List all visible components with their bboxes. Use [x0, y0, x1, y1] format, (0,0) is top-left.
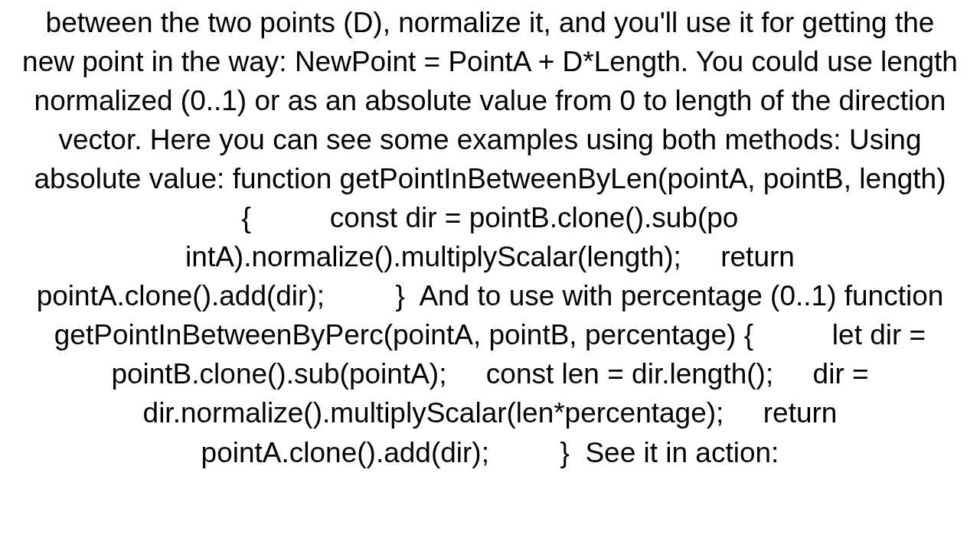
body-text: between the two points (D), normalize it… [22, 7, 958, 468]
document-body: between the two points (D), normalize it… [19, 0, 961, 472]
